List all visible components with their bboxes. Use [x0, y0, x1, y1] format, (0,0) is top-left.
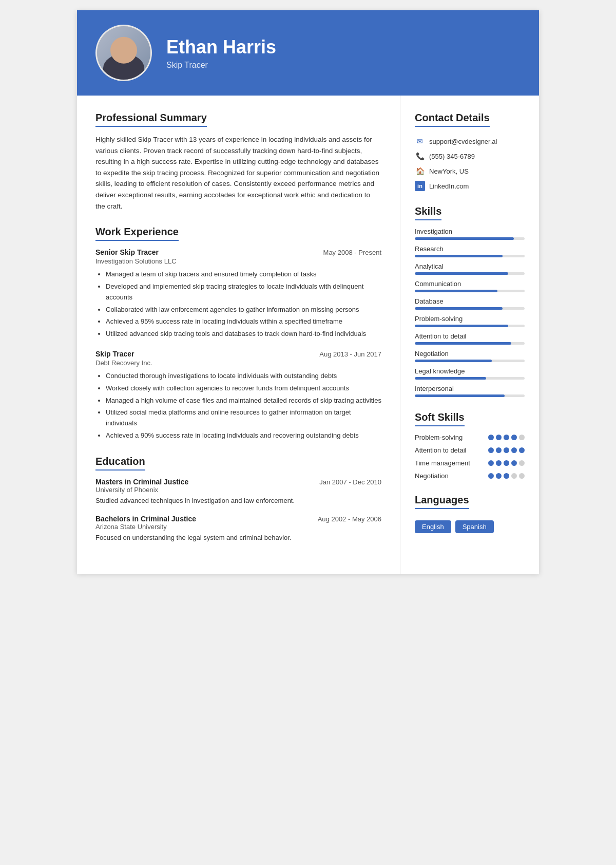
dots: [488, 447, 525, 453]
edu-date: Aug 2002 - May 2006: [318, 515, 381, 523]
skill-name: Attention to detail: [415, 332, 525, 340]
edu-school: Arizona State University: [95, 523, 381, 531]
soft-skill-item: Negotiation: [415, 472, 525, 480]
dot: [519, 435, 525, 440]
bullet: Achieved a 90% success rate in locating …: [106, 430, 381, 441]
skill-fill: [415, 325, 508, 327]
skills-title: Skills: [415, 205, 441, 220]
job-date: Aug 2013 - Jun 2017: [319, 350, 381, 358]
skill-fill: [415, 394, 505, 397]
soft-skills-container: Problem-solving Attention to detail Time…: [415, 434, 525, 480]
edu-school: University of Phoenix: [95, 486, 381, 494]
edu-container: Masters in Criminal Justice Jan 2007 - D…: [95, 478, 381, 543]
soft-skill-item: Attention to detail: [415, 446, 525, 454]
soft-skill-item: Problem-solving: [415, 434, 525, 441]
bullet: Utilized social media platforms and onli…: [106, 407, 381, 429]
main-column: Professional Summary Highly skilled Skip…: [77, 96, 400, 574]
contact-text: LinkedIn.com: [429, 182, 469, 190]
skill-item: Negotiation: [415, 350, 525, 362]
skill-bar: [415, 272, 525, 275]
skill-bar: [415, 307, 525, 310]
contact-item: in LinkedIn.com: [415, 181, 525, 191]
contact-icon: 📞: [415, 151, 425, 161]
work-section: Work Experience Senior Skip Tracer May 2…: [95, 226, 381, 441]
contact-item: ✉ support@cvdesigner.ai: [415, 136, 525, 146]
soft-skills-title: Soft Skills: [415, 411, 465, 426]
edu-degree: Masters in Criminal Justice: [95, 478, 188, 486]
skill-name: Communication: [415, 280, 525, 288]
bullet: Collaborated with law enforcement agenci…: [106, 305, 381, 315]
contact-icon: ✉: [415, 136, 425, 146]
language-tag: English: [415, 520, 451, 533]
bullet: Achieved a 95% success rate in locating …: [106, 316, 381, 327]
dot: [496, 447, 502, 453]
skill-item: Research: [415, 245, 525, 257]
edu-item: Bachelors in Criminal Justice Aug 2002 -…: [95, 515, 381, 543]
language-tag: Spanish: [455, 520, 494, 533]
candidate-name: Ethan Harris: [166, 36, 276, 58]
summary-text: Highly skilled Skip Tracer with 13 years…: [95, 134, 381, 212]
bullet: Developed and implemented skip tracing s…: [106, 281, 381, 303]
job-bullets: Managed a team of skip tracers and ensur…: [95, 269, 381, 340]
job-date: May 2008 - Present: [323, 249, 381, 256]
lang-container: EnglishSpanish: [415, 520, 525, 533]
skill-name: Investigation: [415, 228, 525, 235]
skill-name: Analytical: [415, 262, 525, 270]
body: Professional Summary Highly skilled Skip…: [77, 96, 539, 574]
contact-icon: in: [415, 181, 425, 191]
contact-title: Contact Details: [415, 112, 490, 127]
contact-icon: 🏠: [415, 166, 425, 176]
job-company: Debt Recovery Inc.: [95, 359, 381, 367]
soft-skill-name: Time management: [415, 459, 488, 467]
skills-section: Skills Investigation Research Analytical…: [415, 205, 525, 397]
edu-desc: Studied advanced techniques in investiga…: [95, 496, 381, 506]
soft-skill-name: Problem-solving: [415, 434, 488, 441]
soft-skill-item: Time management: [415, 459, 525, 467]
skill-bar: [415, 394, 525, 397]
skill-name: Interpersonal: [415, 385, 525, 392]
job-title: Skip Tracer: [95, 350, 134, 358]
side-column: Contact Details ✉ support@cvdesigner.ai …: [400, 96, 539, 574]
skill-fill: [415, 237, 514, 240]
candidate-title: Skip Tracer: [166, 61, 276, 70]
jobs-container: Senior Skip Tracer May 2008 - Present In…: [95, 248, 381, 441]
dot: [511, 435, 517, 440]
education-title: Education: [95, 456, 145, 471]
dot: [488, 435, 494, 440]
skill-fill: [415, 377, 486, 380]
dot: [488, 473, 494, 479]
contact-text: NewYork, US: [429, 167, 469, 175]
job-bullets: Conducted thorough investigations to loc…: [95, 371, 381, 441]
bullet: Conducted thorough investigations to loc…: [106, 371, 381, 382]
dot: [496, 435, 502, 440]
contact-text: (555) 345-6789: [429, 153, 475, 160]
work-title: Work Experience: [95, 226, 179, 241]
header-info: Ethan Harris Skip Tracer: [166, 36, 276, 69]
job-header: Skip Tracer Aug 2013 - Jun 2017: [95, 350, 381, 358]
contact-section: Contact Details ✉ support@cvdesigner.ai …: [415, 112, 525, 191]
dots: [488, 460, 525, 466]
dot: [496, 460, 502, 466]
job-header: Senior Skip Tracer May 2008 - Present: [95, 248, 381, 256]
skill-bar: [415, 342, 525, 345]
summary-section: Professional Summary Highly skilled Skip…: [95, 112, 381, 212]
languages-title: Languages: [415, 494, 469, 509]
skill-fill: [415, 290, 497, 292]
skill-name: Research: [415, 245, 525, 253]
edu-item: Masters in Criminal Justice Jan 2007 - D…: [95, 478, 381, 506]
bullet: Managed a high volume of case files and …: [106, 396, 381, 406]
dots: [488, 435, 525, 440]
dot: [504, 435, 509, 440]
job-item: Skip Tracer Aug 2013 - Jun 2017 Debt Rec…: [95, 350, 381, 441]
dot: [511, 460, 517, 466]
skill-item: Interpersonal: [415, 385, 525, 397]
skill-item: Attention to detail: [415, 332, 525, 345]
header: Ethan Harris Skip Tracer: [77, 10, 539, 96]
dot: [511, 447, 517, 453]
skill-item: Database: [415, 297, 525, 310]
skill-item: Communication: [415, 280, 525, 292]
skill-fill: [415, 307, 503, 310]
soft-skill-name: Attention to detail: [415, 446, 488, 454]
dot: [519, 447, 525, 453]
bullet: Managed a team of skip tracers and ensur…: [106, 269, 381, 280]
